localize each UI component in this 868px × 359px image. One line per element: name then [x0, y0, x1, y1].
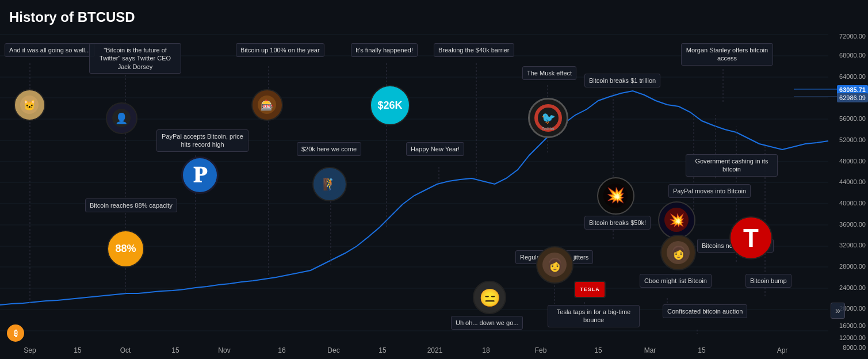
y-label-28000: 28000.00 — [839, 263, 866, 270]
x-label-15e: 15 — [698, 346, 705, 354]
annotation-100-percent: Bitcoin up 100% on the year — [236, 43, 324, 57]
x-label-18: 18 — [482, 346, 490, 354]
icon-sad-face: 😑 — [473, 281, 506, 314]
x-label-15a: 15 — [74, 346, 81, 354]
y-label-48000: 48000.00 — [839, 158, 866, 165]
annotation-bitcoin-bump: Bitcoin bump — [745, 274, 791, 288]
svg-text:🐦: 🐦 — [541, 111, 556, 125]
y-label-32000: 32000.00 — [839, 242, 866, 249]
x-label-oct: Oct — [120, 346, 131, 354]
y-label-72000: 72000.00 — [839, 33, 866, 40]
icon-tesla-owner: 👩 — [660, 235, 696, 270]
annotation-confiscated: Confiscated bitcoin auction — [663, 304, 747, 318]
annotation-88-capacity: Bitcoin reaches 88% capacity — [85, 198, 177, 212]
svg-text:🎰: 🎰 — [261, 99, 274, 112]
icon-26k-bubble: $26K — [370, 85, 410, 125]
annotation-jack-dorsey: "Bitcoin is the future of Twitter" says … — [89, 43, 181, 74]
annotation-finally: It's finally happened! — [351, 43, 418, 57]
annotation-going-so-well: And it was all going so well... — [5, 43, 95, 57]
x-label-feb: Feb — [535, 346, 547, 354]
y-label-44000: 44000.00 — [839, 178, 866, 185]
y-label-68000: 68000.00 — [839, 52, 866, 59]
y-label-40000: 40000.00 — [839, 200, 866, 207]
svg-text:💥: 💥 — [606, 186, 625, 204]
nav-arrow-right[interactable]: » — [831, 303, 845, 319]
icon-88-percent: 88% — [107, 230, 144, 268]
svg-text:🧗: 🧗 — [323, 177, 337, 191]
icon-musk-twitter: 🐦 Twitter — [528, 98, 568, 138]
bitcoin-logo: ₿ — [7, 324, 24, 342]
y-label-16000: 16000.00 — [839, 322, 866, 329]
icon-1-trillion: 💥 — [597, 177, 634, 215]
annotation-paypal-accepts: PayPal accepts Bitcoin, price hits recor… — [156, 129, 248, 152]
annotation-20k: $20k here we come — [297, 142, 361, 156]
x-label-dec: Dec — [327, 346, 339, 354]
icon-nov-event: 🎰 — [251, 89, 283, 121]
svg-text:👩: 👩 — [547, 257, 563, 273]
svg-text:💥: 💥 — [669, 212, 685, 228]
annotation-tesla-bounce: Tesla taps in for a big-time bounce — [548, 305, 640, 327]
annotation-govt-cashing: Government cashing in its bitcoin — [686, 154, 778, 177]
annotation-down-we-go: Uh oh... down we go... — [451, 316, 523, 330]
svg-text:👩: 👩 — [671, 245, 687, 261]
annotation-40k-barrier: Breaking the $40k barrier — [434, 43, 514, 57]
y-label-56000: 56000.00 — [839, 115, 866, 122]
y-label-8000: 8000.00 — [843, 344, 866, 351]
annotation-cboe: Cboe might list Bitcoin — [640, 274, 712, 288]
icon-paypal-moves: 💥 — [658, 201, 695, 239]
annotation-paypal-bitcoin: PayPal moves into Bitcoin — [668, 184, 751, 198]
x-label-apr: Apr — [777, 346, 788, 354]
annotation-morgan-stanley: Morgan Stanley offers bitcoin access — [681, 43, 773, 66]
svg-text:👤: 👤 — [115, 112, 128, 125]
current-price-low: 62986.09 — [837, 93, 868, 102]
annotation-happy-ny: Happy New Year! — [406, 142, 464, 156]
icon-jack-dorsey: 👤 — [106, 102, 137, 134]
icon-janet-yellen: 👩 — [536, 246, 573, 284]
y-label-12000: 12000.00 — [839, 334, 866, 341]
icon-20k-climber: 🧗 — [312, 167, 347, 201]
y-label-64000: 64000.00 — [839, 73, 866, 80]
annotation-50k: Bitcoin breaks $50k! — [584, 216, 651, 230]
x-label-15b: 15 — [171, 346, 179, 354]
icon-paypal: 𝐏 — [181, 156, 219, 194]
x-label-16: 16 — [278, 346, 285, 354]
x-label-15c: 15 — [378, 346, 386, 354]
y-label-36000: 36000.00 — [839, 221, 866, 228]
y-label-52000: 52000.00 — [839, 136, 866, 143]
x-label-15d: 15 — [594, 346, 602, 354]
annotation-1-trillion: Bitcoin breaks $1 trillion — [584, 74, 660, 87]
x-label-sep: Sep — [24, 346, 36, 354]
x-label-2021: 2021 — [427, 346, 443, 354]
y-label-24000: 24000.00 — [839, 284, 866, 291]
svg-text:Twitter: Twitter — [542, 127, 555, 131]
chart-container: History of BTCUSD — [0, 0, 868, 359]
icon-tesla-t: T — [729, 216, 773, 259]
annotation-musk-effect: The Musk effect — [522, 66, 576, 80]
icon-sep-event: 🐱 — [14, 89, 45, 121]
svg-text:🐱: 🐱 — [23, 99, 36, 112]
x-label-mar: Mar — [644, 346, 656, 354]
icon-tesla-logo: TESLA — [574, 281, 606, 298]
x-label-nov: Nov — [218, 346, 230, 354]
